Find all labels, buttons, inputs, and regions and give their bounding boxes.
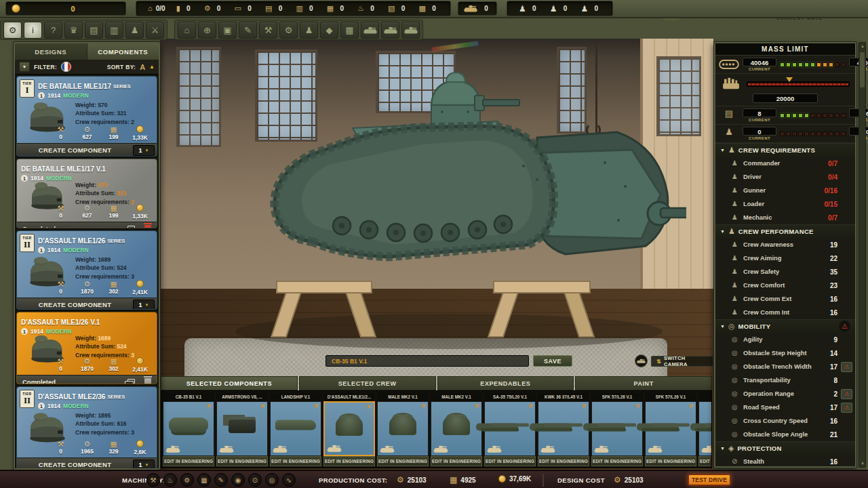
remove-component-icon[interactable]: ✕ [420,403,426,409]
bottom-panel-tab[interactable]: PAINT [575,376,712,390]
duplicate-icon[interactable] [127,379,135,384]
save-button[interactable]: SAVE [533,355,572,367]
section-mobility[interactable]: ▼ ◎ MOBILITY [715,319,855,333]
edit-in-engineering-button[interactable]: EDIT IN ENGINEERING [216,456,268,466]
remove-component-icon[interactable]: ✕ [581,403,587,409]
france-flag-filter[interactable] [61,62,71,72]
selected-component-card[interactable]: MALE MK2 V.1 ✕ EDIT IN ENGINEERING [431,392,482,466]
quantity-dropdown[interactable]: 1▼ [133,460,155,470]
remove-component-icon[interactable]: ✕ [366,403,372,410]
selected-component-card[interactable]: MALE MK2 V.1 ✕ EDIT IN ENGINEERING [377,392,429,466]
toolbar-button[interactable]: ▦ [340,22,359,39]
edit-in-engineering-button[interactable]: EDIT IN ENGINEERING [698,456,712,466]
section-protection[interactable]: ▼ ◈ PROTECTION [715,441,855,455]
section-crew-requirements[interactable]: ▼ ♟ CREW REQUIREMENTS [715,143,855,157]
right-panel-scrollbar[interactable] [859,42,866,468]
remove-component-icon[interactable]: ✕ [528,403,533,409]
design-name-input[interactable] [326,355,529,367]
led [786,131,791,136]
toolbar-button[interactable]: ✎ [239,22,257,39]
create-component-button[interactable]: CREATE COMPONENT [17,301,133,308]
edit-in-engineering-button[interactable]: EDIT IN ENGINEERING [163,456,214,466]
create-component-button[interactable]: CREATE COMPONENT [17,461,133,468]
delete-icon[interactable] [144,225,151,228]
section-crew-performance[interactable]: ▼ ♟ CREW PERFORMANCE [715,224,855,238]
sort-direction-icon[interactable]: ▲ [149,64,155,70]
toolbar-button[interactable] [361,22,379,39]
edit-in-engineering-button[interactable]: EDIT IN ENGINEERING [323,456,375,466]
engine-power-slider[interactable] [747,81,850,87]
component-card-series[interactable]: TIER II D'ASSAULT MLE2/36SERIES 1 1914 M… [16,386,157,470]
toolbar-button[interactable]: ⚙ [3,22,22,39]
bottom-panel-tab[interactable]: SELECTED CREW [299,376,436,390]
selected-component-card[interactable]: ARMSTRONG V8, ... ✕ EDIT IN ENGINEERING [216,392,268,466]
edit-in-engineering-button[interactable]: EDIT IN ENGINEERING [645,456,696,466]
component-card-series[interactable]: TIER II D'ASSAULT MLE1/26SERIES 1 1914 M… [16,230,157,310]
edit-in-engineering-button[interactable]: EDIT IN ENGINEERING [591,456,643,466]
toolbar-button[interactable] [381,22,399,39]
remove-component-icon[interactable]: ✕ [688,403,694,409]
edit-in-engineering-button[interactable]: EDIT IN ENGINEERING [484,456,536,466]
remove-component-icon[interactable]: ✕ [206,403,212,409]
toolbar-button[interactable]: i [24,22,42,39]
personnel-value: 0 [591,5,601,12]
selected-component-card[interactable]: SA-35 75/L20 V.1 ✕ EDIT IN ENGINEERING [484,392,536,466]
left-panel-tab[interactable]: DESIGNS [15,43,87,60]
edit-in-engineering-button[interactable]: EDIT IN ENGINEERING [377,456,429,466]
quantity-dropdown[interactable]: 1▼ [133,145,155,156]
selected-component-card[interactable]: CB-35 B1 V.1 ✕ EDIT IN ENGINEERING [163,392,214,466]
toolbar-button[interactable]: ⚙ [279,22,298,39]
camera-cycle-icon: ⇅ [656,359,661,365]
toolbar-button[interactable]: ▥ [105,22,123,39]
led [780,113,785,118]
toolbar-button[interactable] [401,22,420,39]
toolbar-button[interactable]: ? [44,22,62,39]
machinery-icon: ✎ [214,473,228,487]
remove-component-icon[interactable]: ✕ [635,403,640,409]
component-card-variant-selected[interactable]: D'ASSAULT MLE1/26 V.1 1 1914 MODERN Weig… [16,312,157,384]
sort-alpha-icon[interactable]: A [140,63,145,71]
edit-in-engineering-button[interactable]: EDIT IN ENGINEERING [431,456,482,466]
create-component-button[interactable]: CREATE COMPONENT [17,146,133,154]
selected-component-card[interactable]: SFK 57/L26 V.1 ✕ EDIT IN ENGINEERING [645,392,696,466]
selected-component-card[interactable]: LE ✕ EDIT IN ENGINEERING [698,392,712,466]
duplicate-icon[interactable] [127,226,135,228]
component-card-variant[interactable]: DE BATAILLE MLE1/17 V.1 1 1914 MODERN We… [16,159,157,228]
toolbar-button[interactable]: ⚒ [259,22,277,39]
scrollbar-thumb[interactable] [860,52,865,87]
toolbar-button[interactable]: ◆ [320,22,338,39]
left-panel-tab[interactable]: COMPONENTS [87,43,159,60]
selected-component-card[interactable]: KWK 36 37/L45 V.1 ✕ EDIT IN ENGINEERING [538,392,589,466]
camera-emblem-button[interactable] [635,354,648,367]
toolbar-button[interactable]: ♟ [125,22,144,39]
bottom-panel-tab[interactable]: SELECTED COMPONENTS [161,376,298,390]
toolbar-button[interactable]: ♟ [300,22,318,39]
resource-counter: ▦ 0 [322,5,351,12]
remove-component-icon[interactable]: ✕ [260,403,265,409]
stat-icon [732,296,743,302]
bottom-panel-tab[interactable]: EXPENDABLES [437,376,574,390]
quantity-dropdown[interactable]: 1▼ [133,300,155,310]
delete-icon[interactable] [144,378,151,384]
slider-marker[interactable] [786,77,793,82]
filter-collapse-button[interactable]: ▼ [19,62,30,72]
toolbar-button[interactable]: ⚔ [146,22,164,39]
remove-component-icon[interactable]: ✕ [474,403,479,409]
stat-row: Operation Range 2 [715,387,855,401]
toolbar-button[interactable]: ⌂ [178,22,196,39]
component-card-series[interactable]: TIER I DE BATAILLE MLE1/17SERIES 1 1914 … [16,76,157,157]
edit-in-engineering-button[interactable]: EDIT IN ENGINEERING [538,456,589,466]
toolbar-button[interactable]: ♛ [64,22,83,39]
component-image: ✕ [270,401,321,456]
toolbar-button[interactable]: ⊕ [198,22,216,39]
edit-in-engineering-button[interactable]: EDIT IN ENGINEERING [270,456,321,466]
selected-component-card[interactable]: D'ASSAULT MLE1/2... ✕ EDIT IN ENGINEERIN… [323,392,375,466]
selected-component-card[interactable]: SFK 57/L26 V.1 ✕ EDIT IN ENGINEERING [591,392,643,466]
mass-current-value: 40046 [743,58,776,66]
toolbar-button[interactable]: ▤ [85,22,103,39]
remove-component-icon[interactable]: ✕ [313,403,319,409]
test-drive-button[interactable]: TEST DRIVE [688,474,731,486]
toolbar-button[interactable]: ▣ [218,22,237,39]
switch-camera-button[interactable]: ⇅ SWITCH CAMERA [651,356,713,367]
selected-component-card[interactable]: LANDSHIP V.1 ✕ EDIT IN ENGINEERING [270,392,321,466]
